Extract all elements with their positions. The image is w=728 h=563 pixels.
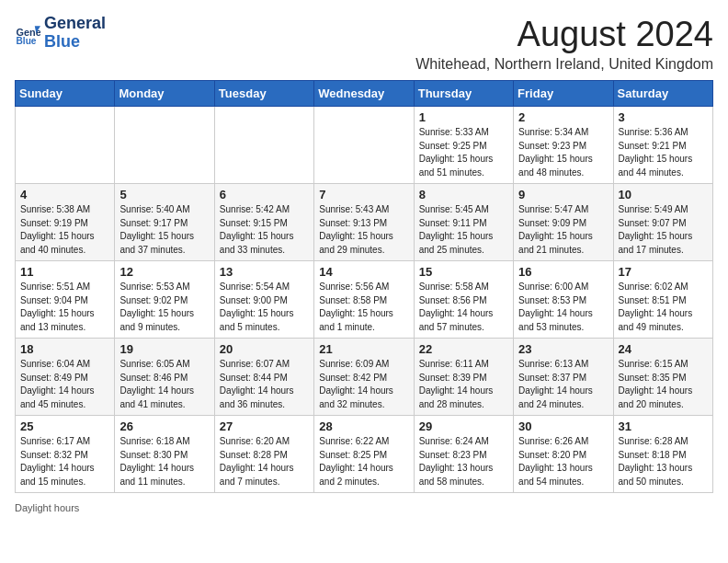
day-number: 20	[220, 342, 309, 356]
day-number: 26	[119, 419, 209, 433]
calendar-week-4: 18Sunrise: 6:04 AM Sunset: 8:49 PM Dayli…	[16, 339, 713, 416]
day-info: Sunrise: 5:38 AM Sunset: 9:19 PM Dayligh…	[20, 203, 109, 257]
day-info: Sunrise: 6:20 AM Sunset: 8:28 PM Dayligh…	[220, 435, 309, 488]
calendar-col-saturday: Saturday	[613, 81, 712, 107]
calendar-week-3: 11Sunrise: 5:51 AM Sunset: 9:04 PM Dayli…	[16, 261, 713, 339]
day-info: Sunrise: 6:05 AM Sunset: 8:46 PM Dayligh…	[119, 358, 209, 411]
day-info: Sunrise: 5:54 AM Sunset: 9:00 PM Dayligh…	[220, 281, 309, 334]
day-number: 17	[619, 265, 708, 279]
day-number: 19	[119, 342, 209, 356]
day-number: 9	[518, 188, 608, 201]
day-info: Sunrise: 6:22 AM Sunset: 8:25 PM Dayligh…	[319, 435, 408, 488]
day-number: 7	[319, 188, 408, 201]
calendar-cell	[214, 107, 313, 184]
day-info: Sunrise: 6:09 AM Sunset: 8:42 PM Dayligh…	[319, 358, 408, 411]
calendar-cell: 18Sunrise: 6:04 AM Sunset: 8:49 PM Dayli…	[16, 339, 115, 416]
day-number: 12	[119, 265, 209, 279]
calendar-cell: 29Sunrise: 6:24 AM Sunset: 8:23 PM Dayli…	[414, 416, 513, 493]
page-header: General Blue General Blue August 2024 Wh…	[15, 15, 713, 73]
day-info: Sunrise: 6:17 AM Sunset: 8:32 PM Dayligh…	[20, 435, 109, 488]
calendar-cell: 28Sunrise: 6:22 AM Sunset: 8:25 PM Dayli…	[314, 416, 414, 493]
calendar-cell: 3Sunrise: 5:36 AM Sunset: 9:21 PM Daylig…	[613, 107, 712, 184]
day-number: 29	[419, 419, 508, 433]
day-number: 13	[220, 265, 309, 279]
calendar-cell: 26Sunrise: 6:18 AM Sunset: 8:30 PM Dayli…	[115, 416, 214, 493]
day-info: Sunrise: 6:24 AM Sunset: 8:23 PM Dayligh…	[419, 435, 508, 488]
calendar-cell: 1Sunrise: 5:33 AM Sunset: 9:25 PM Daylig…	[414, 107, 513, 184]
calendar-cell: 11Sunrise: 5:51 AM Sunset: 9:04 PM Dayli…	[16, 261, 115, 339]
day-number: 16	[518, 265, 608, 279]
calendar-cell: 20Sunrise: 6:07 AM Sunset: 8:44 PM Dayli…	[214, 339, 313, 416]
day-number: 28	[319, 419, 408, 433]
calendar-cell: 15Sunrise: 5:58 AM Sunset: 8:56 PM Dayli…	[414, 261, 513, 339]
day-info: Sunrise: 5:33 AM Sunset: 9:25 PM Dayligh…	[419, 126, 508, 179]
day-number: 5	[119, 188, 209, 201]
day-number: 31	[619, 419, 708, 433]
day-info: Sunrise: 6:26 AM Sunset: 8:20 PM Dayligh…	[518, 435, 608, 488]
calendar-cell: 21Sunrise: 6:09 AM Sunset: 8:42 PM Dayli…	[314, 339, 414, 416]
day-number: 3	[619, 110, 708, 124]
calendar-cell	[115, 107, 214, 184]
calendar: SundayMondayTuesdayWednesdayThursdayFrid…	[15, 80, 713, 493]
calendar-cell	[16, 107, 115, 184]
day-number: 18	[20, 342, 109, 356]
day-number: 22	[419, 342, 508, 356]
calendar-week-1: 1Sunrise: 5:33 AM Sunset: 9:25 PM Daylig…	[16, 107, 713, 184]
day-number: 25	[20, 419, 109, 433]
day-number: 27	[220, 419, 309, 433]
calendar-cell: 4Sunrise: 5:38 AM Sunset: 9:19 PM Daylig…	[16, 184, 115, 261]
calendar-col-thursday: Thursday	[414, 81, 513, 107]
calendar-cell: 24Sunrise: 6:15 AM Sunset: 8:35 PM Dayli…	[613, 339, 712, 416]
logo-text: General Blue	[44, 15, 106, 52]
calendar-week-5: 25Sunrise: 6:17 AM Sunset: 8:32 PM Dayli…	[16, 416, 713, 493]
calendar-cell: 10Sunrise: 5:49 AM Sunset: 9:07 PM Dayli…	[613, 184, 712, 261]
day-number: 1	[419, 110, 508, 124]
calendar-cell: 9Sunrise: 5:47 AM Sunset: 9:09 PM Daylig…	[514, 184, 613, 261]
day-number: 14	[319, 265, 408, 279]
day-info: Sunrise: 5:47 AM Sunset: 9:09 PM Dayligh…	[518, 203, 608, 257]
day-number: 11	[20, 265, 109, 279]
day-number: 2	[518, 110, 608, 124]
day-info: Sunrise: 5:36 AM Sunset: 9:21 PM Dayligh…	[619, 126, 708, 179]
day-number: 4	[20, 188, 109, 201]
month-year: August 2024	[415, 15, 713, 54]
logo: General Blue General Blue	[15, 15, 106, 52]
calendar-col-monday: Monday	[115, 81, 214, 107]
location: Whitehead, Northern Ireland, United King…	[415, 56, 713, 73]
day-info: Sunrise: 5:53 AM Sunset: 9:02 PM Dayligh…	[119, 281, 209, 334]
day-info: Sunrise: 5:51 AM Sunset: 9:04 PM Dayligh…	[20, 281, 109, 334]
calendar-cell: 27Sunrise: 6:20 AM Sunset: 8:28 PM Dayli…	[214, 416, 313, 493]
calendar-col-friday: Friday	[514, 81, 613, 107]
day-info: Sunrise: 6:11 AM Sunset: 8:39 PM Dayligh…	[419, 358, 508, 411]
calendar-cell: 6Sunrise: 5:42 AM Sunset: 9:15 PM Daylig…	[214, 184, 313, 261]
calendar-header-row: SundayMondayTuesdayWednesdayThursdayFrid…	[16, 81, 713, 107]
calendar-col-tuesday: Tuesday	[214, 81, 313, 107]
day-info: Sunrise: 6:02 AM Sunset: 8:51 PM Dayligh…	[619, 281, 708, 334]
calendar-cell: 17Sunrise: 6:02 AM Sunset: 8:51 PM Dayli…	[613, 261, 712, 339]
calendar-cell: 13Sunrise: 5:54 AM Sunset: 9:00 PM Dayli…	[214, 261, 313, 339]
calendar-col-wednesday: Wednesday	[314, 81, 414, 107]
day-number: 24	[619, 342, 708, 356]
day-info: Sunrise: 5:34 AM Sunset: 9:23 PM Dayligh…	[518, 126, 608, 179]
calendar-cell: 2Sunrise: 5:34 AM Sunset: 9:23 PM Daylig…	[514, 107, 613, 184]
daylight-label: Daylight hours	[15, 502, 79, 513]
day-info: Sunrise: 6:15 AM Sunset: 8:35 PM Dayligh…	[619, 358, 708, 411]
day-number: 10	[619, 188, 708, 201]
day-number: 23	[518, 342, 608, 356]
calendar-cell: 30Sunrise: 6:26 AM Sunset: 8:20 PM Dayli…	[514, 416, 613, 493]
svg-text:Blue: Blue	[17, 36, 37, 46]
calendar-cell: 7Sunrise: 5:43 AM Sunset: 9:13 PM Daylig…	[314, 184, 414, 261]
calendar-cell: 31Sunrise: 6:28 AM Sunset: 8:18 PM Dayli…	[613, 416, 712, 493]
day-info: Sunrise: 6:18 AM Sunset: 8:30 PM Dayligh…	[119, 435, 209, 488]
title-block: August 2024 Whitehead, Northern Ireland,…	[415, 15, 713, 73]
calendar-cell: 16Sunrise: 6:00 AM Sunset: 8:53 PM Dayli…	[514, 261, 613, 339]
day-number: 8	[419, 188, 508, 201]
calendar-cell: 8Sunrise: 5:45 AM Sunset: 9:11 PM Daylig…	[414, 184, 513, 261]
footer: Daylight hours	[15, 502, 713, 513]
day-number: 6	[220, 188, 309, 201]
calendar-week-2: 4Sunrise: 5:38 AM Sunset: 9:19 PM Daylig…	[16, 184, 713, 261]
day-number: 30	[518, 419, 608, 433]
day-number: 21	[319, 342, 408, 356]
day-info: Sunrise: 5:45 AM Sunset: 9:11 PM Dayligh…	[419, 203, 508, 257]
calendar-cell: 19Sunrise: 6:05 AM Sunset: 8:46 PM Dayli…	[115, 339, 214, 416]
